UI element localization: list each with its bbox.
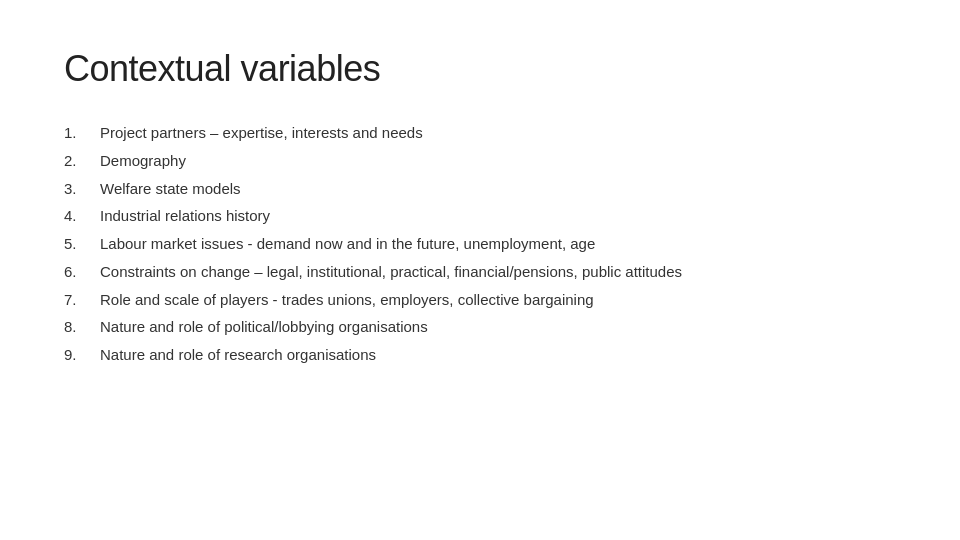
- list-item: 9.Nature and role of research organisati…: [64, 344, 896, 366]
- item-text: Labour market issues - demand now and in…: [100, 233, 896, 255]
- item-text: Welfare state models: [100, 178, 896, 200]
- item-text: Role and scale of players - trades union…: [100, 289, 896, 311]
- list-item: 7.Role and scale of players - trades uni…: [64, 289, 896, 311]
- item-text: Constraints on change – legal, instituti…: [100, 261, 896, 283]
- slide: Contextual variables 1.Project partners …: [0, 0, 960, 540]
- item-text: Industrial relations history: [100, 205, 896, 227]
- item-number: 3.: [64, 178, 100, 200]
- item-number: 1.: [64, 122, 100, 144]
- item-number: 8.: [64, 316, 100, 338]
- list-item: 1.Project partners – expertise, interest…: [64, 122, 896, 144]
- item-number: 6.: [64, 261, 100, 283]
- list-item: 4.Industrial relations history: [64, 205, 896, 227]
- item-number: 2.: [64, 150, 100, 172]
- slide-title: Contextual variables: [64, 48, 896, 90]
- list-item: 2.Demography: [64, 150, 896, 172]
- item-number: 5.: [64, 233, 100, 255]
- list-item: 3.Welfare state models: [64, 178, 896, 200]
- list-item: 6.Constraints on change – legal, institu…: [64, 261, 896, 283]
- item-text: Nature and role of research organisation…: [100, 344, 896, 366]
- item-number: 9.: [64, 344, 100, 366]
- item-text: Project partners – expertise, interests …: [100, 122, 896, 144]
- item-number: 7.: [64, 289, 100, 311]
- item-number: 4.: [64, 205, 100, 227]
- item-text: Demography: [100, 150, 896, 172]
- item-text: Nature and role of political/lobbying or…: [100, 316, 896, 338]
- list-item: 8.Nature and role of political/lobbying …: [64, 316, 896, 338]
- content-list: 1.Project partners – expertise, interest…: [64, 122, 896, 366]
- list-item: 5.Labour market issues - demand now and …: [64, 233, 896, 255]
